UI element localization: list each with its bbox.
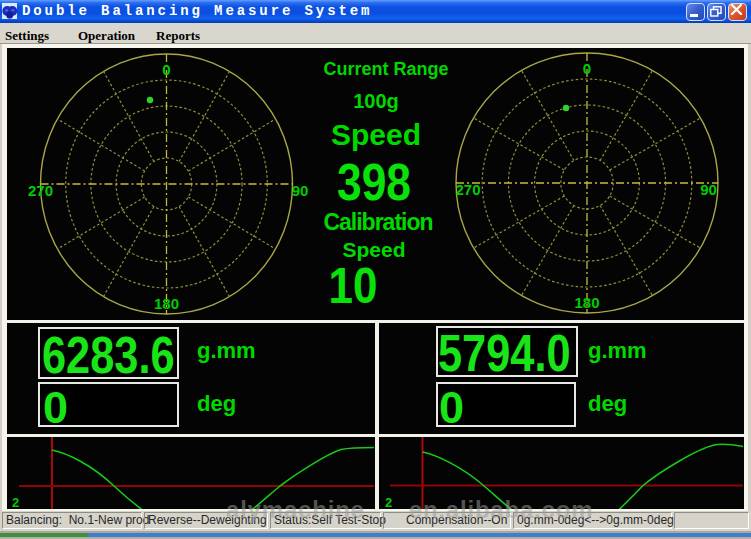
svg-text:270: 270 bbox=[455, 181, 480, 198]
svg-text:90: 90 bbox=[292, 182, 309, 199]
svg-text:0: 0 bbox=[583, 60, 591, 77]
svg-text:0: 0 bbox=[162, 61, 170, 78]
svg-text:270: 270 bbox=[28, 182, 53, 199]
svg-text:2: 2 bbox=[12, 495, 19, 509]
svg-text:90: 90 bbox=[700, 181, 717, 198]
svg-text:180: 180 bbox=[574, 294, 599, 311]
svg-text:180: 180 bbox=[154, 295, 179, 312]
